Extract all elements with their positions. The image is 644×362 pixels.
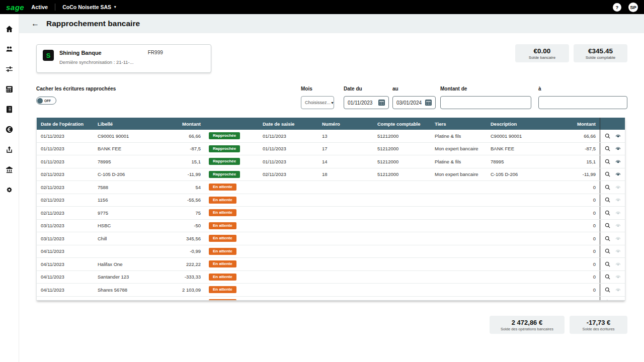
search-icon[interactable] bbox=[604, 197, 611, 203]
ledger-balance-label: Solde comptable bbox=[581, 55, 620, 60]
table-row[interactable]: 02/11/2023 7588 54 En attente 0 bbox=[37, 181, 625, 194]
cell-number bbox=[318, 220, 373, 232]
ledger-balance-value: €345.45 bbox=[581, 47, 620, 55]
cell-amount2: 0 bbox=[564, 245, 600, 258]
cell-number bbox=[318, 194, 373, 207]
bank-logo-icon: S bbox=[43, 50, 54, 61]
company-selector[interactable]: CoCo Noisette SAS ▾ bbox=[62, 4, 116, 10]
avatar[interactable]: SP bbox=[628, 3, 638, 12]
cell-account: 51212000 bbox=[373, 155, 431, 168]
table-row[interactable]: 02/11/2023 C-105 D-206 -11,99 Rapprochée… bbox=[37, 168, 625, 182]
visibility-icon[interactable] bbox=[615, 261, 621, 267]
visibility-icon[interactable] bbox=[615, 171, 621, 177]
sidebar-item-home[interactable] bbox=[0, 19, 19, 39]
visibility-icon[interactable] bbox=[615, 235, 621, 242]
table-row[interactable]: 04/11/2023 Halifax One 222,22 En attente… bbox=[37, 258, 625, 271]
search-icon[interactable] bbox=[604, 299, 611, 301]
visibility-icon[interactable] bbox=[615, 248, 621, 254]
cell-description bbox=[487, 207, 564, 219]
bank-account-card[interactable]: S Shining Banque FR999 Dernière synchron… bbox=[36, 44, 211, 73]
bank-balance-value: €0.00 bbox=[522, 47, 562, 55]
amount-from-input[interactable] bbox=[444, 100, 527, 106]
search-icon[interactable] bbox=[604, 261, 611, 267]
table-row[interactable]: 04/11/2023 Santander 123 -333,33 En atte… bbox=[37, 271, 625, 284]
visibility-icon[interactable] bbox=[615, 210, 621, 216]
month-select-value: Choisissez... bbox=[305, 100, 331, 105]
search-icon[interactable] bbox=[604, 171, 611, 177]
cell-label: 78995 bbox=[94, 155, 169, 168]
table-row[interactable]: 01/11/2023 78995 15,1 Rapprochée 01/11/2… bbox=[37, 155, 625, 168]
table-row[interactable]: 01/11/2023 BANK FEE -87,5 Rapprochée 01/… bbox=[37, 143, 625, 156]
cell-op-date bbox=[37, 297, 94, 301]
search-icon[interactable] bbox=[604, 210, 611, 216]
help-button[interactable]: ? bbox=[613, 3, 621, 12]
visibility-icon[interactable] bbox=[615, 197, 621, 203]
table-row[interactable]: 04/11/2023 -0,99 En attente 0 bbox=[37, 245, 625, 258]
search-icon[interactable] bbox=[604, 133, 611, 139]
visibility-icon[interactable] bbox=[615, 222, 621, 229]
calendar-icon[interactable] bbox=[425, 100, 432, 106]
cell-status: Rapprochée bbox=[205, 130, 259, 142]
cell-tiers bbox=[431, 297, 487, 301]
cell-entry-date bbox=[259, 297, 318, 301]
cell-description bbox=[487, 245, 564, 258]
visibility-icon[interactable] bbox=[615, 158, 621, 165]
cell-amount: 15,1 bbox=[169, 155, 205, 168]
visibility-icon[interactable] bbox=[615, 145, 621, 152]
table-row[interactable]: 01/11/2023 C90001 90001 66,66 Rapprochée… bbox=[37, 130, 625, 143]
cell-amount2: 0 bbox=[564, 232, 600, 245]
cell-label: 9775 bbox=[94, 207, 169, 219]
table-row[interactable]: 03/11/2023 Chill 345,56 En attente 0 bbox=[37, 232, 625, 245]
search-icon[interactable] bbox=[604, 287, 611, 293]
chevron-down-icon: ▼ bbox=[331, 101, 334, 105]
table-row[interactable]: 02/11/2023 1156 -55,56 En attente 0 bbox=[37, 194, 625, 207]
cell-entry-date bbox=[259, 181, 318, 194]
visibility-icon[interactable] bbox=[615, 287, 621, 293]
date-to-input[interactable]: 03/01/2024 bbox=[392, 96, 436, 109]
month-select[interactable]: Choisissez... ▼ bbox=[301, 96, 334, 109]
sidebar-item-calculator[interactable] bbox=[0, 79, 19, 99]
search-icon[interactable] bbox=[604, 184, 611, 191]
amount-to-input[interactable] bbox=[542, 100, 623, 106]
visibility-icon[interactable] bbox=[615, 299, 621, 301]
search-icon[interactable] bbox=[604, 248, 611, 254]
search-icon[interactable] bbox=[604, 222, 611, 229]
search-icon[interactable] bbox=[604, 145, 611, 152]
date-from-input[interactable]: 01/11/2023 bbox=[344, 96, 389, 109]
top-bar: sage Active CoCo Noisette SAS ▾ ? SP bbox=[0, 0, 644, 14]
cell-description bbox=[487, 232, 564, 245]
cell-status: En attente bbox=[205, 271, 259, 284]
visibility-icon[interactable] bbox=[615, 133, 621, 139]
cell-account bbox=[373, 271, 431, 284]
table-row[interactable]: En attente bbox=[37, 297, 625, 301]
amount-from-field bbox=[440, 96, 531, 109]
search-icon[interactable] bbox=[604, 158, 611, 165]
visibility-icon[interactable] bbox=[615, 274, 621, 280]
sidebar bbox=[0, 14, 19, 362]
cell-account bbox=[373, 245, 431, 258]
sidebar-item-bank[interactable] bbox=[0, 159, 19, 179]
hide-reconciled-toggle[interactable]: OFF bbox=[36, 97, 56, 105]
search-icon[interactable] bbox=[604, 274, 611, 280]
sidebar-item-currency[interactable] bbox=[0, 119, 19, 139]
table-row[interactable]: 02/11/2023 9775 75 En attente 0 bbox=[37, 207, 625, 220]
status-badge: En attente bbox=[209, 260, 236, 267]
table-row[interactable]: 03/11/2023 HSBC -50 En attente 0 bbox=[37, 220, 625, 233]
sidebar-item-settings[interactable] bbox=[0, 179, 19, 200]
env-label: Active bbox=[31, 4, 48, 10]
cell-status: Rapprochée bbox=[205, 155, 259, 168]
cell-status: En attente bbox=[205, 220, 259, 232]
search-icon[interactable] bbox=[604, 235, 611, 242]
bank-balance-label: Solde bancaire bbox=[522, 55, 562, 60]
sidebar-item-journal[interactable] bbox=[0, 99, 19, 119]
cell-label: BANK FEE bbox=[94, 143, 169, 155]
calendar-icon[interactable] bbox=[378, 100, 385, 106]
sidebar-item-contacts[interactable] bbox=[0, 39, 19, 59]
table-body: 01/11/2023 C90001 90001 66,66 Rapprochée… bbox=[37, 130, 625, 301]
cell-description bbox=[487, 181, 564, 194]
sidebar-item-export[interactable] bbox=[0, 139, 19, 159]
visibility-icon[interactable] bbox=[615, 184, 621, 191]
table-row[interactable]: 04/11/2023 Shares 56788 2 103,09 En atte… bbox=[37, 284, 625, 297]
sidebar-item-settings-sliders[interactable] bbox=[0, 59, 19, 79]
back-button[interactable]: ← bbox=[31, 20, 39, 28]
